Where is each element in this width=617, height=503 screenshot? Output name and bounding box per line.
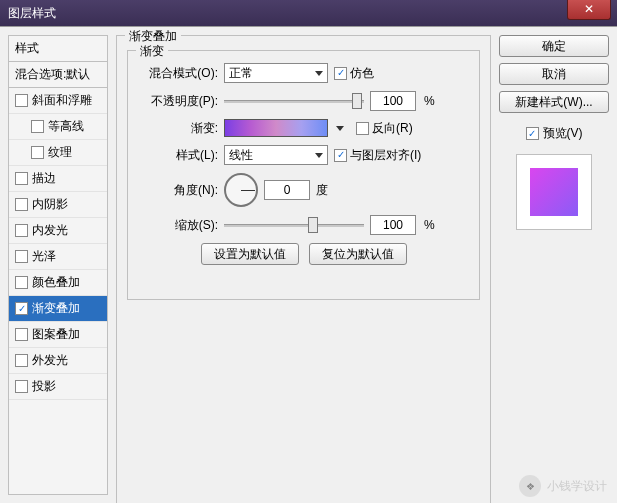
style-item-label: 图案叠加 (32, 326, 80, 343)
scale-input[interactable]: 100 (370, 215, 416, 235)
align-checkbox[interactable]: 与图层对齐(I) (334, 147, 421, 164)
dither-label: 仿色 (350, 65, 374, 82)
styles-panel: 样式 混合选项:默认 斜面和浮雕等高线纹理描边内阴影内发光光泽颜色叠加渐变叠加图… (8, 35, 108, 495)
main-panel: 渐变叠加 渐变 混合模式(O): 正常 仿色 不透明度(P): (116, 35, 491, 503)
style-item-label: 纹理 (48, 144, 72, 161)
style-item-label: 外发光 (32, 352, 68, 369)
style-item-11[interactable]: 投影 (9, 374, 107, 400)
style-item-8[interactable]: 渐变叠加 (9, 296, 107, 322)
styles-header: 样式 (9, 36, 107, 62)
checkbox-icon (334, 149, 347, 162)
style-item-label: 颜色叠加 (32, 274, 80, 291)
watermark: ❖ 小钱学设计 (519, 475, 607, 497)
ok-button[interactable]: 确定 (499, 35, 609, 57)
checkbox-icon (15, 94, 28, 107)
style-item-label: 描边 (32, 170, 56, 187)
cancel-button[interactable]: 取消 (499, 63, 609, 85)
preview-box (516, 154, 592, 230)
percent-label: % (424, 218, 435, 232)
style-item-label: 渐变叠加 (32, 300, 80, 317)
checkbox-icon (15, 276, 28, 289)
gradient-picker[interactable] (224, 119, 328, 137)
checkbox-icon (15, 328, 28, 341)
checkbox-icon (15, 224, 28, 237)
style-item-label: 内发光 (32, 222, 68, 239)
opacity-label: 不透明度(P): (140, 93, 218, 110)
new-style-button[interactable]: 新建样式(W)... (499, 91, 609, 113)
opacity-slider[interactable] (224, 91, 364, 111)
watermark-text: 小钱学设计 (547, 478, 607, 495)
style-item-0[interactable]: 斜面和浮雕 (9, 88, 107, 114)
chevron-down-icon (315, 153, 323, 158)
checkbox-icon (356, 122, 369, 135)
right-panel: 确定 取消 新建样式(W)... 预览(V) (499, 35, 609, 495)
style-item-9[interactable]: 图案叠加 (9, 322, 107, 348)
align-label: 与图层对齐(I) (350, 147, 421, 164)
checkbox-icon (15, 172, 28, 185)
style-item-label: 内阴影 (32, 196, 68, 213)
angle-label: 角度(N): (140, 182, 218, 199)
set-default-button[interactable]: 设置为默认值 (201, 243, 299, 265)
angle-input[interactable]: 0 (264, 180, 310, 200)
blend-options-row[interactable]: 混合选项:默认 (9, 62, 107, 88)
preview-checkbox[interactable]: 预览(V) (499, 125, 609, 142)
preview-label: 预览(V) (543, 125, 583, 142)
reset-default-button[interactable]: 复位为默认值 (309, 243, 407, 265)
checkbox-icon (31, 146, 44, 159)
opacity-input[interactable]: 100 (370, 91, 416, 111)
blend-mode-value: 正常 (229, 65, 253, 82)
style-item-6[interactable]: 光泽 (9, 244, 107, 270)
style-item-4[interactable]: 内阴影 (9, 192, 107, 218)
reverse-checkbox[interactable]: 反向(R) (356, 120, 413, 137)
style-item-label: 等高线 (48, 118, 84, 135)
style-item-label: 斜面和浮雕 (32, 92, 92, 109)
titlebar: 图层样式 ✕ (0, 0, 617, 26)
style-item-7[interactable]: 颜色叠加 (9, 270, 107, 296)
preview-swatch (530, 168, 578, 216)
style-item-10[interactable]: 外发光 (9, 348, 107, 374)
chevron-down-icon[interactable] (336, 126, 344, 131)
checkbox-icon (31, 120, 44, 133)
checkbox-icon (15, 354, 28, 367)
angle-dial[interactable] (224, 173, 258, 207)
style-item-2[interactable]: 纹理 (9, 140, 107, 166)
scale-label: 缩放(S): (140, 217, 218, 234)
dither-checkbox[interactable]: 仿色 (334, 65, 374, 82)
style-value: 线性 (229, 147, 253, 164)
style-item-3[interactable]: 描边 (9, 166, 107, 192)
gradient-label: 渐变: (140, 120, 218, 137)
style-combo[interactable]: 线性 (224, 145, 328, 165)
style-label: 样式(L): (140, 147, 218, 164)
checkbox-icon (15, 380, 28, 393)
checkbox-icon (526, 127, 539, 140)
chevron-down-icon (315, 71, 323, 76)
percent-label: % (424, 94, 435, 108)
scale-slider[interactable] (224, 215, 364, 235)
checkbox-icon (334, 67, 347, 80)
style-item-1[interactable]: 等高线 (9, 114, 107, 140)
blend-mode-label: 混合模式(O): (140, 65, 218, 82)
reverse-label: 反向(R) (372, 120, 413, 137)
checkbox-icon (15, 302, 28, 315)
close-button[interactable]: ✕ (567, 0, 611, 20)
dialog-body: 样式 混合选项:默认 斜面和浮雕等高线纹理描边内阴影内发光光泽颜色叠加渐变叠加图… (0, 26, 617, 503)
style-item-label: 投影 (32, 378, 56, 395)
inner-title: 渐变 (136, 43, 168, 60)
window-title: 图层样式 (8, 5, 56, 22)
blend-mode-combo[interactable]: 正常 (224, 63, 328, 83)
style-item-5[interactable]: 内发光 (9, 218, 107, 244)
angle-unit: 度 (316, 182, 328, 199)
wechat-icon: ❖ (519, 475, 541, 497)
style-item-label: 光泽 (32, 248, 56, 265)
checkbox-icon (15, 198, 28, 211)
checkbox-icon (15, 250, 28, 263)
